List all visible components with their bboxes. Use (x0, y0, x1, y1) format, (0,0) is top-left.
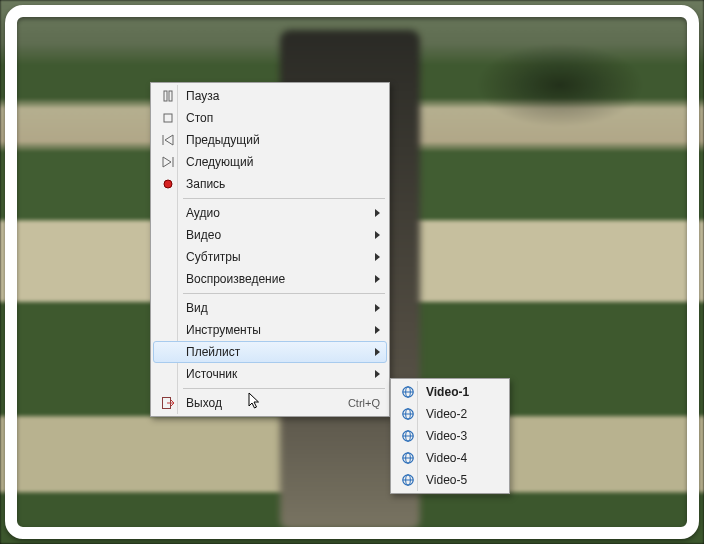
menu-label: Выход (186, 396, 340, 410)
globe-icon (398, 472, 418, 488)
menu-separator (183, 388, 385, 389)
svg-rect-0 (164, 91, 167, 101)
chevron-right-icon (375, 348, 380, 356)
submenu-item-video-1[interactable]: Video-1 (393, 381, 507, 403)
menu-label: Стоп (186, 111, 380, 125)
submenu-label: Video-4 (426, 451, 500, 465)
menu-item-playback[interactable]: Воспроизведение (153, 268, 387, 290)
menu-item-video[interactable]: Видео (153, 224, 387, 246)
submenu-label: Video-5 (426, 473, 500, 487)
next-icon (158, 154, 178, 170)
menu-item-audio[interactable]: Аудио (153, 202, 387, 224)
globe-icon (398, 406, 418, 422)
submenu-label: Video-2 (426, 407, 500, 421)
submenu-item-video-4[interactable]: Video-4 (393, 447, 507, 469)
blank-icon (158, 249, 178, 265)
submenu-label: Video-1 (426, 385, 500, 399)
menu-label: Вид (186, 301, 369, 315)
menu-shortcut: Ctrl+Q (348, 397, 380, 409)
blank-icon (158, 300, 178, 316)
globe-icon (398, 384, 418, 400)
chevron-right-icon (375, 209, 380, 217)
globe-icon (398, 428, 418, 444)
menu-separator (183, 293, 385, 294)
menu-label: Пауза (186, 89, 380, 103)
blank-icon (158, 227, 178, 243)
menu-item-record[interactable]: Запись (153, 173, 387, 195)
submenu-item-video-3[interactable]: Video-3 (393, 425, 507, 447)
menu-item-next[interactable]: Следующий (153, 151, 387, 173)
blank-icon (158, 344, 178, 360)
menu-separator (183, 198, 385, 199)
menu-item-tools[interactable]: Инструменты (153, 319, 387, 341)
menu-label: Инструменты (186, 323, 369, 337)
menu-item-pause[interactable]: Пауза (153, 85, 387, 107)
chevron-right-icon (375, 326, 380, 334)
menu-item-exit[interactable]: Выход Ctrl+Q (153, 392, 387, 414)
menu-item-subtitles[interactable]: Субтитры (153, 246, 387, 268)
globe-icon (398, 450, 418, 466)
menu-label: Субтитры (186, 250, 369, 264)
blank-icon (158, 271, 178, 287)
submenu-item-video-5[interactable]: Video-5 (393, 469, 507, 491)
chevron-right-icon (375, 253, 380, 261)
previous-icon (158, 132, 178, 148)
submenu-label: Video-3 (426, 429, 500, 443)
chevron-right-icon (375, 370, 380, 378)
pause-icon (158, 88, 178, 104)
menu-label: Следующий (186, 155, 380, 169)
blank-icon (158, 322, 178, 338)
svg-point-3 (164, 180, 172, 188)
blank-icon (158, 205, 178, 221)
exit-icon (158, 395, 178, 411)
submenu-item-video-2[interactable]: Video-2 (393, 403, 507, 425)
svg-rect-1 (169, 91, 172, 101)
menu-item-previous[interactable]: Предыдущий (153, 129, 387, 151)
chevron-right-icon (375, 304, 380, 312)
menu-label: Аудио (186, 206, 369, 220)
menu-label: Плейлист (186, 345, 369, 359)
menu-item-source[interactable]: Источник (153, 363, 387, 385)
menu-item-playlist[interactable]: Плейлист (153, 341, 387, 363)
chevron-right-icon (375, 231, 380, 239)
chevron-right-icon (375, 275, 380, 283)
stop-icon (158, 110, 178, 126)
blank-icon (158, 366, 178, 382)
svg-rect-2 (164, 114, 172, 122)
menu-label: Запись (186, 177, 380, 191)
menu-label: Источник (186, 367, 369, 381)
menu-item-stop[interactable]: Стоп (153, 107, 387, 129)
menu-label: Видео (186, 228, 369, 242)
menu-label: Предыдущий (186, 133, 380, 147)
menu-item-view[interactable]: Вид (153, 297, 387, 319)
menu-label: Воспроизведение (186, 272, 369, 286)
context-menu: Пауза Стоп Предыдущий Следующий Запись А… (150, 82, 390, 417)
record-icon (158, 176, 178, 192)
playlist-submenu: Video-1 Video-2 Video-3 Video-4 Video-5 (390, 378, 510, 494)
